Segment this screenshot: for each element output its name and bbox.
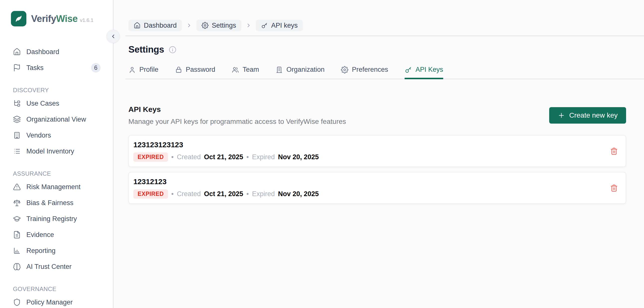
sidebar-item-label: Policy Manager bbox=[26, 298, 100, 306]
sidebar-collapse-button[interactable] bbox=[106, 30, 120, 43]
chevron-right-icon bbox=[246, 23, 252, 28]
tab-password[interactable]: Password bbox=[175, 66, 216, 79]
sidebar-section-discovery: DISCOVERY bbox=[0, 85, 113, 95]
brand-verify: Verify bbox=[31, 14, 56, 24]
sidebar-item-label: Bias & Fairness bbox=[26, 199, 100, 207]
home-icon bbox=[134, 22, 140, 29]
breadcrumb: Dashboard Settings API keys bbox=[128, 20, 644, 31]
meta-bullet: • bbox=[246, 190, 248, 198]
tab-profile[interactable]: Profile bbox=[128, 66, 158, 79]
sidebar-section-assurance: ASSURANCE bbox=[0, 169, 113, 179]
sidebar-item-dashboard[interactable]: Dashboard bbox=[0, 44, 113, 60]
graduation-cap-icon bbox=[13, 215, 21, 223]
status-badge: EXPIRED bbox=[134, 152, 168, 162]
meta-bullet: • bbox=[171, 153, 174, 161]
app-root: VerifyWisev1.6.1 Dashboard Tasks 6 DISCO… bbox=[0, 0, 644, 308]
delete-key-button[interactable] bbox=[610, 147, 618, 155]
brand-name: VerifyWisev1.6.1 bbox=[31, 14, 93, 24]
sidebar-item-label: Use Cases bbox=[26, 100, 100, 107]
api-key-name: 123123123123 bbox=[134, 140, 604, 149]
building-icon bbox=[13, 131, 21, 139]
tree-icon bbox=[13, 99, 21, 107]
tab-organization[interactable]: Organization bbox=[276, 66, 324, 79]
key-icon bbox=[404, 66, 412, 74]
meta-bullet: • bbox=[246, 153, 248, 161]
breadcrumb-label: Dashboard bbox=[144, 22, 177, 29]
gear-icon bbox=[202, 22, 208, 29]
page-header: Settings bbox=[128, 44, 644, 55]
sidebar-nav: Dashboard Tasks 6 DISCOVERY Use Cases bbox=[0, 44, 113, 308]
sidebar-item-label: Training Registry bbox=[26, 215, 100, 223]
page-title: Settings bbox=[128, 44, 164, 55]
sidebar-item-label: Vendors bbox=[26, 131, 100, 139]
expired-label: Expired bbox=[252, 153, 275, 161]
api-key-meta: EXPIRED • Created Oct 21, 2025 • Expired… bbox=[134, 152, 604, 162]
breadcrumb-divider bbox=[126, 36, 644, 36]
api-key-card: 123123123123 EXPIRED • Created Oct 21, 2… bbox=[128, 135, 626, 167]
person-icon bbox=[128, 66, 136, 74]
sidebar-item-tasks[interactable]: Tasks 6 bbox=[0, 60, 113, 76]
api-keys-list: 123123123123 EXPIRED • Created Oct 21, 2… bbox=[128, 135, 626, 204]
sidebar-item-evidence[interactable]: Evidence bbox=[0, 227, 113, 243]
chevron-right-icon bbox=[186, 23, 192, 28]
status-badge: EXPIRED bbox=[134, 189, 168, 199]
sidebar-item-bias-fairness[interactable]: Bias & Fairness bbox=[0, 195, 113, 211]
sidebar-item-reporting[interactable]: Reporting bbox=[0, 243, 113, 259]
sidebar-item-label: Reporting bbox=[26, 247, 100, 255]
tabs-divider bbox=[126, 79, 644, 79]
tab-team[interactable]: Team bbox=[232, 66, 259, 79]
shield-icon bbox=[13, 298, 21, 306]
created-date: Oct 21, 2025 bbox=[204, 190, 243, 198]
tab-label: Profile bbox=[139, 66, 158, 74]
create-new-key-label: Create new key bbox=[569, 111, 618, 119]
sidebar-item-label: AI Trust Center bbox=[26, 263, 100, 271]
tab-api-keys[interactable]: API Keys bbox=[404, 66, 443, 79]
main-content: Dashboard Settings API keys bbox=[114, 0, 644, 308]
tab-preferences[interactable]: Preferences bbox=[341, 66, 388, 79]
sidebar-item-label: Evidence bbox=[26, 231, 100, 239]
home-icon bbox=[13, 48, 21, 56]
key-icon bbox=[261, 22, 268, 29]
api-key-meta: EXPIRED • Created Oct 21, 2025 • Expired… bbox=[134, 189, 604, 199]
alert-triangle-icon bbox=[13, 183, 21, 191]
breadcrumb-settings[interactable]: Settings bbox=[196, 20, 242, 31]
flag-icon bbox=[13, 64, 21, 72]
sidebar-item-label: Dashboard bbox=[26, 48, 100, 56]
created-date: Oct 21, 2025 bbox=[204, 153, 243, 161]
verifywise-logo-icon bbox=[11, 11, 26, 26]
organization-building-icon bbox=[276, 66, 283, 74]
sidebar-item-vendors[interactable]: Vendors bbox=[0, 127, 113, 143]
api-key-card: 12312123 EXPIRED • Created Oct 21, 2025 … bbox=[128, 172, 626, 204]
sidebar-item-policy-manager[interactable]: Policy Manager bbox=[0, 294, 113, 308]
create-new-key-button[interactable]: Create new key bbox=[549, 107, 626, 124]
gear-icon bbox=[341, 66, 348, 74]
plus-icon bbox=[558, 112, 565, 119]
sidebar-item-ai-trust-center[interactable]: AI Trust Center bbox=[0, 259, 113, 275]
api-keys-header-text: API Keys Manage your API keys for progra… bbox=[128, 105, 346, 126]
sidebar-item-label: Model Inventory bbox=[26, 147, 100, 155]
breadcrumb-api-keys[interactable]: API keys bbox=[256, 20, 303, 31]
api-key-info: 12312123 EXPIRED • Created Oct 21, 2025 … bbox=[134, 178, 604, 199]
delete-key-button[interactable] bbox=[610, 184, 618, 192]
tab-label: Team bbox=[242, 66, 259, 74]
sidebar-item-use-cases[interactable]: Use Cases bbox=[0, 95, 113, 111]
tab-label: API Keys bbox=[416, 66, 443, 74]
sidebar: VerifyWisev1.6.1 Dashboard Tasks 6 DISCO… bbox=[0, 0, 114, 308]
tab-label: Organization bbox=[286, 66, 324, 74]
sidebar-item-training-registry[interactable]: Training Registry bbox=[0, 211, 113, 227]
layers-icon bbox=[13, 115, 21, 123]
sidebar-item-organizational-view[interactable]: Organizational View bbox=[0, 111, 113, 127]
sidebar-item-risk-management[interactable]: Risk Management bbox=[0, 179, 113, 195]
sidebar-item-model-inventory[interactable]: Model Inventory bbox=[0, 143, 113, 159]
logo[interactable]: VerifyWisev1.6.1 bbox=[11, 11, 113, 26]
lock-icon bbox=[175, 66, 182, 74]
info-icon[interactable] bbox=[168, 46, 177, 54]
breadcrumb-dashboard[interactable]: Dashboard bbox=[128, 20, 182, 31]
created-label: Created bbox=[177, 153, 201, 161]
chevron-left-icon bbox=[110, 33, 116, 39]
scales-icon bbox=[13, 199, 21, 207]
expired-date: Nov 20, 2025 bbox=[278, 190, 319, 198]
brain-icon bbox=[13, 263, 21, 271]
meta-bullet: • bbox=[171, 190, 174, 198]
breadcrumb-label: Settings bbox=[212, 22, 236, 29]
